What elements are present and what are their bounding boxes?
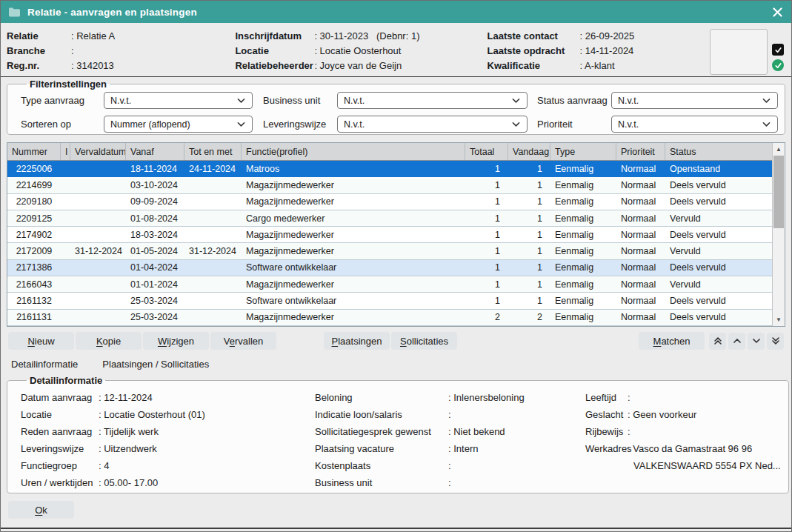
scroll-top-button[interactable] [709, 333, 726, 350]
table-cell: Normaal [616, 177, 665, 193]
chevron-down-icon [512, 122, 520, 127]
field-value: : 30-11-2023 (Debnr: 1) [314, 29, 419, 44]
matchen-button[interactable]: Matchen [639, 332, 705, 350]
table-cell: Software ontwikkelaar [242, 293, 465, 308]
table-cell: Vervuld [665, 210, 772, 226]
filter-label: Status aanvraag [528, 95, 611, 106]
nieuw-button[interactable]: Nieuw [8, 332, 74, 350]
field-label: Plaatsing vacature [315, 440, 448, 457]
detail-legend: Detailinformatie [27, 375, 105, 386]
table-row[interactable]: 221469903-10-2024Magazijnmedewerker11Een… [7, 177, 772, 193]
chevron-down-icon [762, 122, 771, 127]
table-cell: 1 [465, 293, 508, 308]
column-header-prioriteit[interactable]: Prioriteit [616, 143, 665, 160]
table-cell: 31-12-2024 [184, 243, 242, 259]
plaatsingen-button[interactable]: Plaatsingen [324, 332, 390, 350]
table-cell: 24-11-2024 [184, 161, 242, 176]
ok-button[interactable]: Ok [8, 501, 74, 519]
sollicitaties-button[interactable]: Sollicitaties [391, 332, 457, 350]
filter-select-prioriteit[interactable]: N.v.t. [611, 116, 778, 133]
table-row[interactable]: 216113125-03-2024Magazijnmedewerker22Een… [7, 310, 772, 326]
table-cell: 1 [465, 177, 508, 193]
filter-select-leveringswijze[interactable]: N.v.t. [337, 116, 528, 133]
scroll-down-button[interactable] [748, 333, 765, 350]
filter-label: Business unit [253, 95, 337, 106]
table-row[interactable]: 217200931-12-202401-05-202431-12-2024Mag… [7, 243, 772, 259]
column-header-vandaag[interactable]: Vandaag [508, 143, 550, 160]
table-cell: Magazijnmedewerker [242, 276, 465, 292]
field-label: Branche [7, 44, 71, 59]
column-header-i[interactable]: I [61, 143, 70, 160]
filter-select-sorteren-op[interactable]: Nummer (aflopend) [104, 116, 253, 133]
column-header-functie-profiel-[interactable]: Functie(profiel) [242, 143, 465, 160]
chevron-down-icon [237, 122, 245, 127]
table-cell [61, 293, 70, 308]
filter-selected-value: N.v.t. [344, 96, 365, 106]
table-cell: Software ontwikkelaar [242, 260, 465, 276]
field-label: Leveringswijze [21, 440, 99, 457]
table-scrollbar[interactable]: ▲ ▼ [772, 143, 785, 326]
field-label: Indicatie loon/salaris [315, 406, 448, 423]
table-cell: Normaal [616, 243, 665, 259]
requests-table: NummerIVervaldatumVanafTot en metFunctie… [7, 142, 785, 327]
table-cell: Magazijnmedewerker [242, 227, 465, 242]
table-row[interactable]: 220912501-08-2024Cargo medewerker11Eenma… [7, 210, 772, 227]
table-cell [184, 177, 242, 193]
table-cell: 2174902 [7, 227, 61, 242]
detail-tabs: DetailinformatiePlaatsingen / Sollicitat… [11, 359, 785, 370]
table-row[interactable]: 217138601-04-2024Software ontwikkelaar11… [7, 260, 772, 276]
table-cell: 1 [465, 161, 508, 176]
tab-detailinformatie[interactable]: Detailinformatie [11, 359, 78, 370]
tab-plaatsingen-sollicitaties[interactable]: Plaatsingen / Sollicitaties [102, 359, 209, 370]
table-cell: 1 [465, 227, 508, 242]
table-cell: Normaal [616, 227, 665, 242]
table-cell: 1 [465, 210, 508, 226]
table-cell: Deels vervuld [665, 293, 772, 308]
field-value: : [448, 406, 453, 423]
table-cell: 1 [508, 293, 550, 308]
scrollbar-track[interactable] [773, 156, 785, 313]
table-row[interactable]: 217490218-03-2024Magazijnmedewerker11Een… [7, 227, 772, 243]
scroll-bottom-button[interactable] [767, 333, 784, 350]
header-separator [1, 76, 791, 77]
column-header-nummer[interactable]: Nummer [7, 143, 61, 160]
table-cell: 2 [465, 310, 508, 325]
table-row[interactable]: 222500618-11-202424-11-2024Matroos11Eenm… [7, 161, 772, 177]
scrollbar-thumb[interactable] [773, 156, 784, 228]
column-header-tot-en-met[interactable]: Tot en met [184, 143, 242, 160]
close-icon[interactable] [773, 7, 782, 17]
filter-select-type-aanvraag[interactable]: N.v.t. [104, 92, 253, 109]
field-label: Kwalificatie [487, 59, 580, 73]
table-cell: Magazijnmedewerker [242, 177, 465, 193]
table-cell: 31-12-2024 [70, 243, 126, 259]
field-label: Reden aanvraag [21, 423, 99, 440]
scrollbar-up-arrow-icon[interactable]: ▲ [773, 143, 785, 156]
table-cell: 1 [508, 177, 550, 193]
column-header-vanaf[interactable]: Vanaf [126, 143, 184, 160]
table-cell: Eenmalig [550, 227, 616, 242]
table-cell [70, 310, 126, 325]
column-header-vervaldatum[interactable]: Vervaldatum [70, 143, 126, 160]
table-row[interactable]: 216604301-01-2024Magazijnmedewerker11Een… [7, 276, 772, 293]
relation-header: Relatie: Relatie ABranche: Reg.nr.: 3142… [1, 23, 791, 76]
filter-settings-section: Filterinstellingen Type aanvraagN.v.t.Bu… [7, 79, 785, 135]
column-header-type[interactable]: Type [550, 143, 616, 160]
wijzigen-button[interactable]: Wijzigen [143, 332, 209, 350]
column-header-status[interactable]: Status [665, 143, 772, 160]
table-row[interactable]: 220918009-09-2024Magazijnmedewerker11Een… [7, 194, 772, 210]
table-row[interactable]: 216113225-03-2024Software ontwikkelaar11… [7, 293, 772, 309]
table-cell [184, 194, 242, 210]
checkbox-checked-icon[interactable] [772, 44, 784, 56]
vervallen-button[interactable]: Vervallen [210, 332, 276, 350]
column-header-totaal[interactable]: Totaal [465, 143, 508, 160]
filter-select-business-unit[interactable]: N.v.t. [337, 92, 528, 109]
field-label: Rijbewijs [585, 423, 628, 440]
table-cell: 09-09-2024 [126, 194, 184, 210]
scroll-up-button[interactable] [728, 333, 745, 350]
filter-select-status-aanvraag[interactable]: N.v.t. [611, 92, 778, 109]
kopie-button[interactable]: Kopie [76, 332, 142, 350]
table-cell [61, 310, 70, 325]
table-cell: Vervuld [665, 276, 772, 292]
table-cell: Eenmalig [550, 260, 616, 276]
scrollbar-down-arrow-icon[interactable]: ▼ [773, 313, 785, 326]
